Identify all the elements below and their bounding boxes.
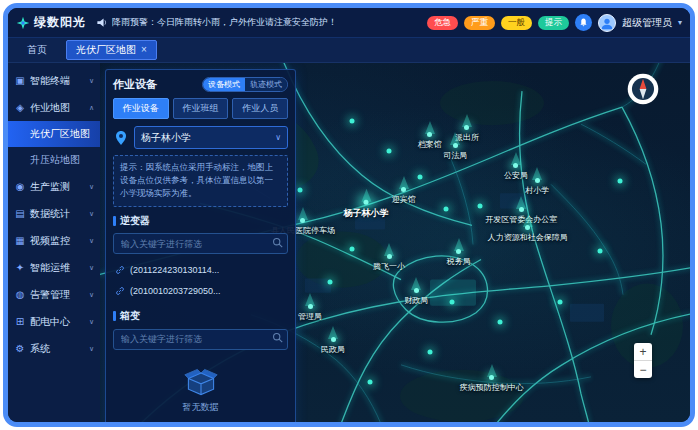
map-canvas[interactable]: 档案馆 派出所 司法局 公安局: [100, 63, 690, 422]
sidebar-item-terminal[interactable]: ▣智能终端∨: [8, 67, 100, 94]
sidebar-item-system[interactable]: ⚙系统∨: [8, 335, 100, 362]
tab-pv-map[interactable]: 光伏厂区地图 ×: [66, 40, 157, 60]
map-marker[interactable]: 疾病预防控制中心: [460, 364, 524, 393]
alarm-badge[interactable]: 提示: [538, 16, 569, 30]
chevron-up-icon: ∧: [89, 104, 94, 112]
map-marker[interactable]: 税务局: [447, 238, 471, 267]
sidebar-item-production[interactable]: ◉生产监测∨: [8, 173, 100, 200]
map-icon: ◈: [14, 102, 26, 113]
beacon-dot-icon: [513, 163, 518, 168]
zoom-control: + −: [634, 343, 652, 378]
marker-label: 迎宾馆: [392, 194, 416, 205]
map-marker[interactable]: 村小学: [525, 167, 549, 196]
beacon-dot-icon: [308, 304, 313, 309]
empty-box-icon: [183, 367, 219, 397]
marker-label: 档案馆: [418, 139, 442, 150]
beacon-dot-icon: [427, 132, 432, 137]
marker-label: 腾飞一小: [373, 261, 405, 272]
marker-label: 民政局: [321, 344, 345, 355]
panel-tab-people[interactable]: 作业人员: [232, 98, 288, 119]
beacon-dot-icon: [453, 143, 458, 148]
chevron-down-icon: ∨: [89, 264, 94, 272]
beacon-dot-icon: [489, 375, 494, 380]
gear-icon: ⚙: [14, 343, 26, 354]
compass-control[interactable]: [626, 72, 660, 106]
alarm-badge[interactable]: 危急: [427, 16, 458, 30]
brand-name: 绿数阳光: [34, 14, 86, 31]
tab-bar: 首页 光伏厂区地图 ×: [8, 38, 690, 63]
tip-box: 提示：因系统点位采用手动标注，地图上设备点位仅供参考，具体位置信息以第一小学现场…: [113, 155, 288, 207]
chevron-down-icon: ∨: [89, 345, 94, 353]
sidebar-item-alarm[interactable]: ◍告警管理∨: [8, 281, 100, 308]
sidebar-subitem-substation-map[interactable]: 升压站地图: [8, 147, 100, 173]
sidebar: ▣智能终端∨ ◈作业地图∧ 光伏厂区地图 升压站地图 ◉生产监测∨ ▤数据统计∨…: [8, 63, 100, 422]
header: 绿数阳光 降雨预警：今日阵雨转小雨，户外作业请注意安全防护！ 危急严重一般提示 …: [8, 8, 690, 38]
map-marker[interactable]: 管理局: [298, 293, 322, 322]
marker-label: 管理局: [298, 311, 322, 322]
chevron-down-icon: ∨: [89, 210, 94, 218]
map-marker[interactable]: 杨子林小学: [344, 188, 389, 219]
chevron-down-icon: ∨: [89, 237, 94, 245]
username[interactable]: 超级管理员: [622, 16, 672, 30]
tab-home[interactable]: 首页: [18, 41, 56, 59]
site-select[interactable]: 杨子林小学 ∨: [134, 126, 288, 149]
logo-icon: [16, 16, 30, 30]
megaphone-icon: [96, 17, 107, 28]
beacon-dot-icon: [387, 254, 392, 259]
mode-toggle[interactable]: 设备模式 轨迹模式: [202, 77, 288, 92]
zoom-in-button[interactable]: +: [634, 343, 652, 360]
panel-title: 作业设备: [113, 77, 157, 92]
section-title-box-transformer: 箱变: [120, 309, 140, 323]
map-marker[interactable]: 腾飞一小: [373, 243, 405, 272]
chevron-down-icon: ∨: [89, 183, 94, 191]
beacon-dot-icon: [464, 125, 469, 130]
map-marker[interactable]: 人力资源和社会保障局: [488, 214, 568, 243]
inverter-search-input[interactable]: [113, 233, 288, 254]
sidebar-item-power[interactable]: ⊞配电中心∨: [8, 308, 100, 335]
terminal-icon: ▣: [14, 75, 26, 86]
map-marker[interactable]: 档案馆: [418, 121, 442, 150]
mode-track[interactable]: 轨迹模式: [245, 78, 287, 91]
power-icon: ⊞: [14, 316, 26, 327]
beacon-dot-icon: [401, 187, 406, 192]
device-list-item[interactable]: (2010010203729050...: [113, 280, 288, 301]
bell-icon[interactable]: [575, 14, 592, 31]
beacon-dot-icon: [519, 207, 524, 212]
sidebar-item-map[interactable]: ◈作业地图∧: [8, 94, 100, 121]
alarm-badge[interactable]: 一般: [501, 16, 532, 30]
location-pin-icon: [113, 130, 129, 146]
statistics-icon: ▤: [14, 208, 26, 219]
production-icon: ◉: [14, 181, 26, 192]
marker-label: 疾病预防控制中心: [460, 382, 524, 393]
alarm-badge[interactable]: 严重: [464, 16, 495, 30]
chevron-down-icon: ∨: [275, 133, 281, 142]
search-icon: [272, 332, 283, 343]
mode-device[interactable]: 设备模式: [203, 78, 245, 91]
empty-text: 暂无数据: [183, 401, 219, 414]
sidebar-item-ops[interactable]: ✦智能运维∨: [8, 254, 100, 281]
section-box-transformer: 箱变: [113, 309, 288, 420]
sidebar-item-statistics[interactable]: ▤数据统计∨: [8, 200, 100, 227]
avatar[interactable]: [598, 14, 616, 32]
beacon-dot-icon: [535, 178, 540, 183]
marker-label: 村小学: [525, 185, 549, 196]
brand: 绿数阳光: [16, 14, 86, 31]
sidebar-subitem-pv-map[interactable]: 光伏厂区地图: [8, 121, 100, 147]
map-marker[interactable]: 司法局: [443, 132, 467, 161]
panel-tab-teams[interactable]: 作业班组: [173, 98, 229, 119]
map-marker[interactable]: 民政局: [321, 326, 345, 355]
zoom-out-button[interactable]: −: [634, 361, 652, 378]
chevron-down-icon: ∨: [89, 291, 94, 299]
app-frame: 绿数阳光 降雨预警：今日阵雨转小雨，户外作业请注意安全防护！ 危急严重一般提示 …: [3, 3, 695, 427]
beacon-dot-icon: [300, 219, 305, 224]
map-marker[interactable]: 财政局: [404, 277, 428, 306]
map-marker[interactable]: 迎宾馆: [392, 176, 416, 205]
sidebar-item-video[interactable]: ▦视频监控∨: [8, 227, 100, 254]
box-transformer-search-input[interactable]: [113, 329, 288, 350]
section-inverter: 逆变器: [113, 214, 288, 302]
device-panel: 作业设备 设备模式 轨迹模式 作业设备 作业班组 作业人员: [105, 69, 296, 422]
close-icon[interactable]: ×: [141, 45, 147, 55]
chevron-down-icon[interactable]: ▾: [678, 18, 682, 27]
device-list-item[interactable]: (2011224230130114...: [113, 259, 288, 280]
panel-tab-devices[interactable]: 作业设备: [113, 98, 169, 119]
